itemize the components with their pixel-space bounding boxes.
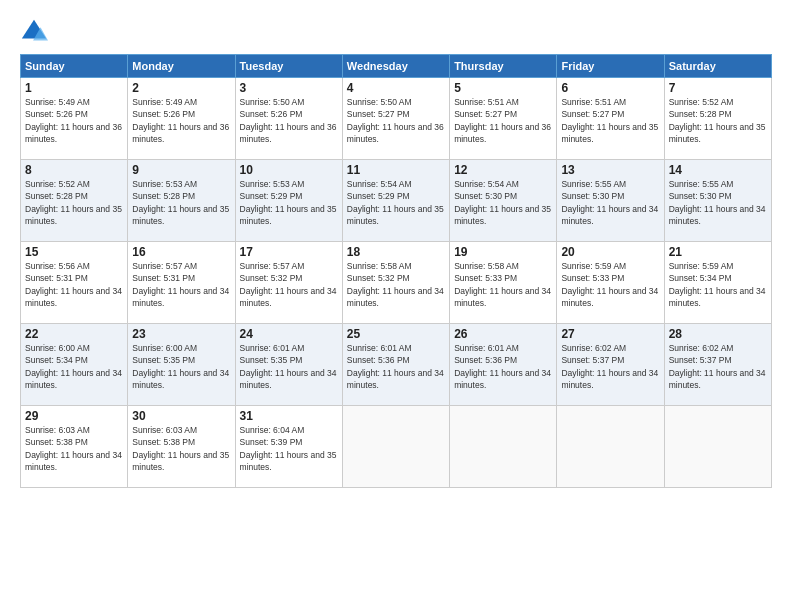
day-number: 7 [669,81,767,95]
header-monday: Monday [128,55,235,78]
day-info: Sunrise: 5:58 AMSunset: 5:32 PMDaylight:… [347,261,444,308]
day-info: Sunrise: 5:59 AMSunset: 5:33 PMDaylight:… [561,261,658,308]
calendar-week-row: 29Sunrise: 6:03 AMSunset: 5:38 PMDayligh… [21,406,772,488]
day-number: 28 [669,327,767,341]
day-info: Sunrise: 5:59 AMSunset: 5:34 PMDaylight:… [669,261,766,308]
day-number: 10 [240,163,338,177]
day-number: 19 [454,245,552,259]
day-info: Sunrise: 6:03 AMSunset: 5:38 PMDaylight:… [25,425,122,472]
calendar-day-cell: 30Sunrise: 6:03 AMSunset: 5:38 PMDayligh… [128,406,235,488]
calendar-day-cell: 11Sunrise: 5:54 AMSunset: 5:29 PMDayligh… [342,160,449,242]
day-number: 26 [454,327,552,341]
day-info: Sunrise: 5:53 AMSunset: 5:29 PMDaylight:… [240,179,337,226]
day-number: 31 [240,409,338,423]
day-info: Sunrise: 5:55 AMSunset: 5:30 PMDaylight:… [669,179,766,226]
day-number: 3 [240,81,338,95]
day-number: 9 [132,163,230,177]
calendar-day-cell [342,406,449,488]
day-info: Sunrise: 6:04 AMSunset: 5:39 PMDaylight:… [240,425,337,472]
calendar-day-cell: 9Sunrise: 5:53 AMSunset: 5:28 PMDaylight… [128,160,235,242]
day-info: Sunrise: 5:50 AMSunset: 5:27 PMDaylight:… [347,97,444,144]
day-info: Sunrise: 5:52 AMSunset: 5:28 PMDaylight:… [25,179,122,226]
day-info: Sunrise: 6:00 AMSunset: 5:35 PMDaylight:… [132,343,229,390]
calendar-day-cell: 20Sunrise: 5:59 AMSunset: 5:33 PMDayligh… [557,242,664,324]
day-info: Sunrise: 6:01 AMSunset: 5:35 PMDaylight:… [240,343,337,390]
day-number: 18 [347,245,445,259]
calendar-week-row: 1Sunrise: 5:49 AMSunset: 5:26 PMDaylight… [21,78,772,160]
calendar-day-cell: 22Sunrise: 6:00 AMSunset: 5:34 PMDayligh… [21,324,128,406]
day-info: Sunrise: 5:51 AMSunset: 5:27 PMDaylight:… [454,97,551,144]
day-info: Sunrise: 6:03 AMSunset: 5:38 PMDaylight:… [132,425,229,472]
day-number: 15 [25,245,123,259]
calendar-day-cell [557,406,664,488]
day-info: Sunrise: 5:55 AMSunset: 5:30 PMDaylight:… [561,179,658,226]
calendar-day-cell: 6Sunrise: 5:51 AMSunset: 5:27 PMDaylight… [557,78,664,160]
calendar-table: SundayMondayTuesdayWednesdayThursdayFrid… [20,54,772,488]
day-number: 13 [561,163,659,177]
calendar-day-cell: 27Sunrise: 6:02 AMSunset: 5:37 PMDayligh… [557,324,664,406]
day-number: 25 [347,327,445,341]
day-number: 11 [347,163,445,177]
day-info: Sunrise: 5:51 AMSunset: 5:27 PMDaylight:… [561,97,658,144]
day-info: Sunrise: 6:00 AMSunset: 5:34 PMDaylight:… [25,343,122,390]
day-info: Sunrise: 5:50 AMSunset: 5:26 PMDaylight:… [240,97,337,144]
calendar-header-row: SundayMondayTuesdayWednesdayThursdayFrid… [21,55,772,78]
calendar-day-cell: 2Sunrise: 5:49 AMSunset: 5:26 PMDaylight… [128,78,235,160]
day-number: 1 [25,81,123,95]
day-number: 27 [561,327,659,341]
calendar-day-cell: 7Sunrise: 5:52 AMSunset: 5:28 PMDaylight… [664,78,771,160]
day-info: Sunrise: 5:57 AMSunset: 5:32 PMDaylight:… [240,261,337,308]
calendar-day-cell: 15Sunrise: 5:56 AMSunset: 5:31 PMDayligh… [21,242,128,324]
calendar-day-cell: 12Sunrise: 5:54 AMSunset: 5:30 PMDayligh… [450,160,557,242]
header-wednesday: Wednesday [342,55,449,78]
calendar-day-cell: 17Sunrise: 5:57 AMSunset: 5:32 PMDayligh… [235,242,342,324]
day-info: Sunrise: 5:58 AMSunset: 5:33 PMDaylight:… [454,261,551,308]
day-number: 12 [454,163,552,177]
day-info: Sunrise: 5:53 AMSunset: 5:28 PMDaylight:… [132,179,229,226]
calendar-day-cell: 25Sunrise: 6:01 AMSunset: 5:36 PMDayligh… [342,324,449,406]
day-info: Sunrise: 6:02 AMSunset: 5:37 PMDaylight:… [561,343,658,390]
day-info: Sunrise: 5:56 AMSunset: 5:31 PMDaylight:… [25,261,122,308]
calendar-day-cell: 23Sunrise: 6:00 AMSunset: 5:35 PMDayligh… [128,324,235,406]
day-number: 20 [561,245,659,259]
header [20,18,772,46]
calendar-day-cell [450,406,557,488]
day-number: 30 [132,409,230,423]
calendar-day-cell: 8Sunrise: 5:52 AMSunset: 5:28 PMDaylight… [21,160,128,242]
day-number: 22 [25,327,123,341]
calendar-day-cell [664,406,771,488]
day-info: Sunrise: 5:54 AMSunset: 5:30 PMDaylight:… [454,179,551,226]
header-friday: Friday [557,55,664,78]
logo [20,18,52,46]
day-number: 14 [669,163,767,177]
calendar-day-cell: 16Sunrise: 5:57 AMSunset: 5:31 PMDayligh… [128,242,235,324]
day-number: 5 [454,81,552,95]
day-number: 8 [25,163,123,177]
day-info: Sunrise: 5:54 AMSunset: 5:29 PMDaylight:… [347,179,444,226]
header-tuesday: Tuesday [235,55,342,78]
day-number: 16 [132,245,230,259]
page: SundayMondayTuesdayWednesdayThursdayFrid… [0,0,792,612]
day-info: Sunrise: 6:01 AMSunset: 5:36 PMDaylight:… [347,343,444,390]
day-number: 29 [25,409,123,423]
logo-icon [20,18,48,46]
calendar-day-cell: 13Sunrise: 5:55 AMSunset: 5:30 PMDayligh… [557,160,664,242]
calendar-week-row: 15Sunrise: 5:56 AMSunset: 5:31 PMDayligh… [21,242,772,324]
header-sunday: Sunday [21,55,128,78]
calendar-day-cell: 4Sunrise: 5:50 AMSunset: 5:27 PMDaylight… [342,78,449,160]
calendar-day-cell: 28Sunrise: 6:02 AMSunset: 5:37 PMDayligh… [664,324,771,406]
calendar-day-cell: 26Sunrise: 6:01 AMSunset: 5:36 PMDayligh… [450,324,557,406]
day-number: 21 [669,245,767,259]
calendar-day-cell: 5Sunrise: 5:51 AMSunset: 5:27 PMDaylight… [450,78,557,160]
calendar-week-row: 22Sunrise: 6:00 AMSunset: 5:34 PMDayligh… [21,324,772,406]
calendar-day-cell: 1Sunrise: 5:49 AMSunset: 5:26 PMDaylight… [21,78,128,160]
day-info: Sunrise: 5:49 AMSunset: 5:26 PMDaylight:… [25,97,122,144]
calendar-day-cell: 24Sunrise: 6:01 AMSunset: 5:35 PMDayligh… [235,324,342,406]
calendar-day-cell: 18Sunrise: 5:58 AMSunset: 5:32 PMDayligh… [342,242,449,324]
calendar-day-cell: 10Sunrise: 5:53 AMSunset: 5:29 PMDayligh… [235,160,342,242]
calendar-day-cell: 29Sunrise: 6:03 AMSunset: 5:38 PMDayligh… [21,406,128,488]
day-info: Sunrise: 5:57 AMSunset: 5:31 PMDaylight:… [132,261,229,308]
header-saturday: Saturday [664,55,771,78]
day-number: 2 [132,81,230,95]
calendar-day-cell: 19Sunrise: 5:58 AMSunset: 5:33 PMDayligh… [450,242,557,324]
